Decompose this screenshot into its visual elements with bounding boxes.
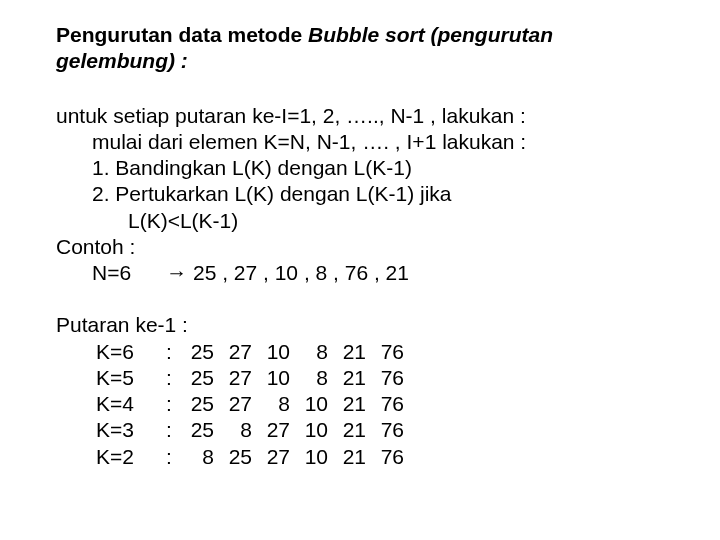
val-cell: 27: [256, 444, 294, 470]
colon: :: [162, 391, 180, 417]
val-cell: 8: [294, 365, 332, 391]
val-cell: 27: [218, 365, 256, 391]
val-cell: 10: [256, 365, 294, 391]
algorithm-block: untuk setiap putaran ke-I=1, 2, ….., N-1…: [56, 103, 664, 287]
table-row: K=6 : 25 27 10 8 21 76: [92, 339, 408, 365]
algo-line: Contoh :: [56, 234, 664, 260]
page-title: Pengurutan data metode Bubble sort (peng…: [56, 22, 664, 75]
val-cell: 8: [256, 391, 294, 417]
val-cell: 10: [294, 417, 332, 443]
round-label: Putaran ke-1 :: [56, 312, 664, 338]
val-cell: 8: [218, 417, 256, 443]
algo-line: L(K)<L(K-1): [56, 208, 664, 234]
val-cell: 25: [180, 391, 218, 417]
k-cell: K=3: [92, 417, 162, 443]
k-cell: K=6: [92, 339, 162, 365]
val-cell: 10: [294, 391, 332, 417]
arrow-icon: →: [166, 261, 187, 284]
colon: :: [162, 417, 180, 443]
algo-line: untuk setiap putaran ke-I=1, 2, ….., N-1…: [56, 103, 664, 129]
example-n: N=6: [92, 261, 131, 284]
colon: :: [162, 339, 180, 365]
val-cell: 76: [370, 339, 408, 365]
slide: Pengurutan data metode Bubble sort (peng…: [0, 0, 720, 470]
val-cell: 8: [180, 444, 218, 470]
val-cell: 27: [256, 417, 294, 443]
table-row: K=5 : 25 27 10 8 21 76: [92, 365, 408, 391]
val-cell: 76: [370, 391, 408, 417]
colon: :: [162, 444, 180, 470]
val-cell: 25: [218, 444, 256, 470]
algo-line: 2. Pertukarkan L(K) dengan L(K-1) jika: [56, 181, 664, 207]
trace-body: K=6 : 25 27 10 8 21 76 K=5 : 25 27 10 8 …: [92, 339, 408, 470]
trace-table: K=6 : 25 27 10 8 21 76 K=5 : 25 27 10 8 …: [92, 339, 408, 470]
colon: :: [162, 365, 180, 391]
table-row: K=2 : 8 25 27 10 21 76: [92, 444, 408, 470]
val-cell: 25: [180, 365, 218, 391]
k-cell: K=2: [92, 444, 162, 470]
algo-line: 1. Bandingkan L(K) dengan L(K-1): [56, 155, 664, 181]
k-cell: K=4: [92, 391, 162, 417]
val-cell: 76: [370, 444, 408, 470]
val-cell: 10: [294, 444, 332, 470]
val-cell: 8: [294, 339, 332, 365]
val-cell: 27: [218, 391, 256, 417]
val-cell: 21: [332, 365, 370, 391]
val-cell: 21: [332, 417, 370, 443]
example-line: N=6 → 25 , 27 , 10 , 8 , 76 , 21: [56, 260, 664, 286]
k-cell: K=5: [92, 365, 162, 391]
example-values: 25 , 27 , 10 , 8 , 76 , 21: [193, 261, 409, 284]
table-row: K=3 : 25 8 27 10 21 76: [92, 417, 408, 443]
algo-line: mulai dari elemen K=N, N-1, …. , I+1 lak…: [56, 129, 664, 155]
title-plain: Pengurutan data metode: [56, 23, 308, 46]
val-cell: 27: [218, 339, 256, 365]
val-cell: 76: [370, 365, 408, 391]
val-cell: 21: [332, 444, 370, 470]
val-cell: 76: [370, 417, 408, 443]
val-cell: 25: [180, 417, 218, 443]
val-cell: 21: [332, 339, 370, 365]
val-cell: 25: [180, 339, 218, 365]
val-cell: 21: [332, 391, 370, 417]
table-row: K=4 : 25 27 8 10 21 76: [92, 391, 408, 417]
val-cell: 10: [256, 339, 294, 365]
